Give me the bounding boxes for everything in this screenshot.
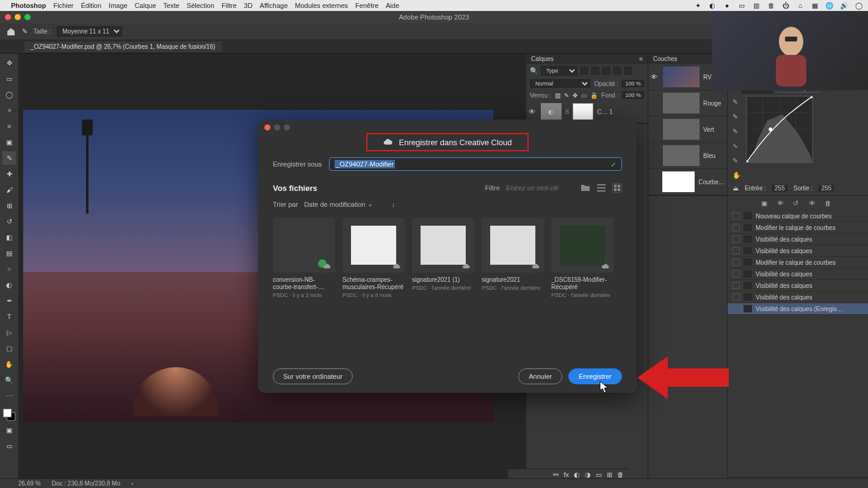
minimize-window-button[interactable] bbox=[15, 14, 21, 20]
volume-icon[interactable]: 🔊 bbox=[840, 1, 848, 10]
new-folder-icon[interactable] bbox=[580, 183, 590, 193]
foreground-background-colors[interactable] bbox=[3, 409, 15, 421]
dialog-maximize-button[interactable] bbox=[284, 124, 290, 131]
screenmode-tool[interactable]: ▭ bbox=[2, 439, 16, 453]
history-item[interactable]: Modifier le calque de courbes bbox=[728, 222, 868, 234]
filter-image-icon[interactable] bbox=[580, 66, 588, 75]
channel-thumbnail[interactable] bbox=[663, 119, 700, 140]
filter-smart-icon[interactable] bbox=[624, 66, 632, 75]
lock-icon[interactable]: ✎ bbox=[564, 92, 569, 99]
menubar-icon[interactable]: 🌐 bbox=[825, 1, 834, 10]
channel-item[interactable]: Vert bbox=[648, 117, 727, 143]
layers-tab[interactable]: Calques bbox=[531, 56, 554, 62]
blend-mode-select[interactable]: Normal bbox=[530, 79, 590, 88]
layer-thumbnail[interactable]: ◐ bbox=[541, 103, 562, 120]
menu-3d[interactable]: 3D bbox=[244, 2, 253, 9]
opacity-value[interactable]: 100 % bbox=[622, 80, 644, 87]
history-checkbox[interactable] bbox=[732, 270, 740, 278]
trash-icon[interactable]: 🗑 bbox=[825, 199, 834, 207]
menubar-icon[interactable]: ▥ bbox=[752, 1, 761, 10]
history-checkbox[interactable] bbox=[732, 305, 740, 312]
home-icon[interactable] bbox=[6, 27, 16, 37]
gradient-tool[interactable]: ▤ bbox=[2, 246, 16, 260]
hand-tool[interactable]: ✋ bbox=[2, 357, 16, 371]
filter-input[interactable] bbox=[506, 184, 573, 192]
grid-view-icon[interactable] bbox=[612, 183, 622, 193]
size-select[interactable]: Moyenne 11 x 11 bbox=[57, 26, 122, 37]
dialog-minimize-button[interactable] bbox=[274, 124, 280, 131]
sort-direction-icon[interactable]: ↓ bbox=[391, 201, 395, 208]
history-item[interactable]: Visibilité des calques bbox=[728, 292, 868, 303]
eraser-tool[interactable]: ◧ bbox=[2, 231, 16, 244]
heal-tool[interactable]: ✚ bbox=[2, 167, 16, 181]
channel-item[interactable]: Bleu bbox=[648, 143, 727, 169]
save-button[interactable]: Enregistrer bbox=[568, 368, 622, 384]
visibility-icon[interactable]: 👁 bbox=[651, 73, 659, 81]
sort-select[interactable]: Date de modification ⌄ bbox=[304, 200, 373, 208]
channel-thumbnail[interactable] bbox=[663, 93, 700, 113]
history-checkbox[interactable] bbox=[732, 247, 740, 254]
menubar-icon[interactable]: ⌂ bbox=[796, 1, 805, 10]
curve-point-icon[interactable]: ∿ bbox=[732, 142, 742, 152]
history-item[interactable]: Visibilité des calques bbox=[728, 280, 868, 292]
cancel-button[interactable]: Annuler bbox=[518, 368, 562, 384]
wand-tool[interactable]: ✧ bbox=[2, 104, 16, 117]
menubar-icon[interactable]: ◐ bbox=[708, 1, 717, 10]
maximize-window-button[interactable] bbox=[24, 14, 31, 20]
marquee-tool[interactable]: ▭ bbox=[2, 72, 16, 85]
foreground-color[interactable] bbox=[3, 409, 12, 417]
dodge-tool[interactable]: ◐ bbox=[2, 278, 16, 292]
eyedropper-tool[interactable]: ✎ bbox=[2, 151, 16, 165]
visibility-icon[interactable]: 👁 bbox=[809, 199, 819, 207]
stamp-tool[interactable]: ⊞ bbox=[2, 199, 16, 212]
lock-icon[interactable]: ▭ bbox=[581, 92, 587, 99]
curve-eyedropper-icon[interactable]: ✎ bbox=[732, 98, 742, 108]
menu-aide[interactable]: Aide bbox=[386, 2, 399, 9]
history-item[interactable]: Nouveau calque de courbes bbox=[728, 210, 868, 222]
filter-text-icon[interactable] bbox=[602, 66, 610, 75]
file-thumbnail[interactable] bbox=[273, 218, 335, 273]
menu-filtre[interactable]: Filtre bbox=[222, 2, 236, 9]
panel-menu-icon[interactable]: ≡ bbox=[639, 56, 643, 62]
filter-adjust-icon[interactable] bbox=[591, 66, 599, 75]
fill-value[interactable]: 100 % bbox=[622, 92, 644, 99]
file-thumbnail[interactable] bbox=[551, 218, 613, 273]
file-card[interactable]: signature2021PSDC · l'année dernière bbox=[482, 218, 544, 356]
clip-icon[interactable]: ▣ bbox=[761, 199, 771, 207]
history-item[interactable]: Visibilité des calques bbox=[728, 268, 868, 280]
channel-thumbnail[interactable] bbox=[663, 66, 700, 87]
lock-icon[interactable]: ✥ bbox=[573, 92, 577, 99]
layer-name[interactable]: C… 1 bbox=[597, 109, 613, 115]
filename-input[interactable]: _OZ94027-Modifier ✓ bbox=[329, 157, 622, 171]
file-thumbnail[interactable] bbox=[412, 218, 474, 273]
blur-tool[interactable]: ○ bbox=[2, 262, 16, 276]
input-value[interactable]: 255 bbox=[772, 185, 787, 192]
channel-item[interactable]: Courbe… bbox=[648, 169, 727, 195]
type-tool[interactable]: T bbox=[2, 310, 16, 323]
menubar-icon[interactable]: ● bbox=[723, 1, 731, 10]
dialog-close-button[interactable] bbox=[264, 124, 270, 131]
menu-modules[interactable]: Modules externes bbox=[295, 2, 348, 9]
quickmask-tool[interactable]: ▣ bbox=[2, 423, 16, 437]
zoom-level[interactable]: 26,69 % bbox=[18, 480, 41, 487]
menu-texte[interactable]: Texte bbox=[164, 2, 179, 9]
more-tool[interactable]: ⋯ bbox=[2, 389, 16, 403]
channels-tab[interactable]: Couches bbox=[653, 56, 677, 62]
doc-info-chevron-icon[interactable]: › bbox=[131, 480, 133, 487]
channel-item[interactable]: Rouge bbox=[648, 90, 727, 117]
history-checkbox[interactable] bbox=[732, 282, 740, 289]
move-tool[interactable]: ✥ bbox=[2, 56, 16, 70]
lasso-tool[interactable]: ◯ bbox=[2, 88, 16, 101]
frame-tool[interactable]: ▣ bbox=[2, 135, 16, 149]
curve-pencil-icon[interactable]: ✎ bbox=[732, 157, 742, 167]
menu-fichier[interactable]: Fichier bbox=[53, 2, 73, 9]
file-card[interactable]: signature2021 (1)PSDC · l'année dernière bbox=[412, 218, 474, 356]
pen-tool[interactable]: ✒ bbox=[2, 294, 16, 307]
crop-tool[interactable]: ⌗ bbox=[2, 120, 16, 133]
layer-filter-type[interactable]: Type bbox=[541, 66, 577, 76]
history-checkbox[interactable] bbox=[732, 259, 740, 266]
visibility-icon[interactable]: 👁 bbox=[529, 108, 537, 115]
file-thumbnail[interactable] bbox=[482, 218, 544, 273]
lock-icon[interactable]: 🔒 bbox=[590, 92, 598, 99]
history-checkbox[interactable] bbox=[732, 212, 740, 220]
